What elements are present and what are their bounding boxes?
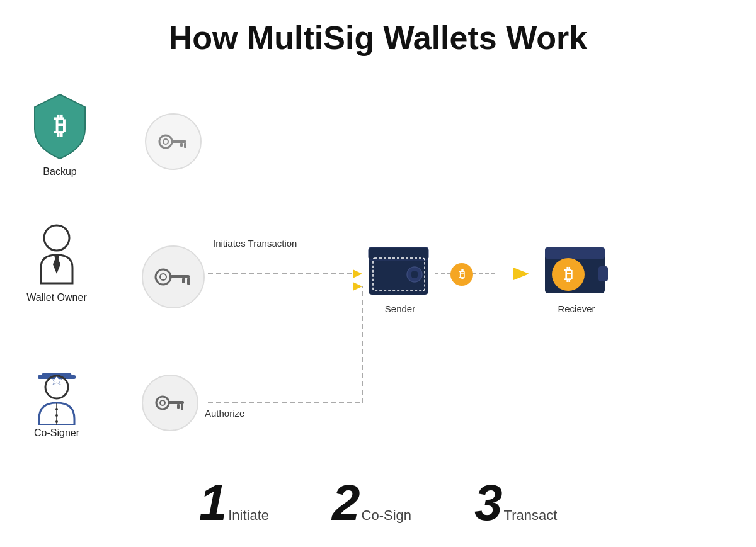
svg-point-13 xyxy=(44,225,69,251)
svg-rect-12 xyxy=(184,143,186,148)
wallet-owner-label: Wallet Owner xyxy=(26,292,86,303)
persona-cosigner: Co-Signer xyxy=(25,352,88,439)
step-2-number: 2 xyxy=(332,478,360,528)
svg-marker-1 xyxy=(353,269,362,278)
bitcoin-shield-icon: ₿ xyxy=(25,88,94,164)
receiver-wallet-icon: ₿ xyxy=(542,244,611,301)
cosigner-key-icon xyxy=(153,392,188,414)
receiver-label: Reciever xyxy=(558,303,595,314)
svg-rect-30 xyxy=(168,401,184,404)
svg-point-37 xyxy=(411,271,418,278)
persona-backup: ₿ Backup xyxy=(25,88,94,178)
cosigner-label: Co-Signer xyxy=(34,427,79,439)
svg-rect-31 xyxy=(177,404,180,409)
svg-point-16 xyxy=(156,269,171,285)
wallet-owner-icon xyxy=(25,220,88,290)
initiates-transaction-label: Initiates Transaction xyxy=(213,238,297,249)
cosigner-key-circle xyxy=(142,375,198,431)
persona-wallet-owner: Wallet Owner xyxy=(25,220,88,303)
svg-marker-6 xyxy=(513,268,529,280)
step-1: 1 Initiate xyxy=(199,478,269,528)
svg-rect-20 xyxy=(187,278,190,285)
svg-point-9 xyxy=(163,139,168,144)
bitcoin-transfer-icon: ₿ xyxy=(450,263,473,286)
step-1-number: 1 xyxy=(199,478,227,528)
steps-container: 1 Initiate 2 Co-Sign 3 Transact xyxy=(0,478,756,528)
step-3: 3 Transact xyxy=(474,478,557,528)
diagram-area: ₿ Backup Wallet Owner xyxy=(0,82,756,460)
authorize-label: Authorize xyxy=(205,408,244,419)
backup-key-icon xyxy=(156,131,191,153)
svg-point-8 xyxy=(159,135,172,148)
svg-rect-11 xyxy=(180,143,183,147)
svg-text:₿: ₿ xyxy=(564,265,573,284)
backup-label: Backup xyxy=(43,166,76,178)
step-3-label: Transact xyxy=(504,507,558,524)
cosigner-icon xyxy=(25,352,88,425)
sender-label: Sender xyxy=(385,303,415,314)
svg-point-25 xyxy=(55,408,58,410)
step-2-label: Co-Sign xyxy=(362,507,411,524)
owner-key-circle xyxy=(142,245,205,308)
svg-point-26 xyxy=(55,414,58,417)
owner-key-icon xyxy=(153,264,194,290)
svg-point-27 xyxy=(55,420,58,423)
svg-point-28 xyxy=(156,397,169,409)
receiver-container: ₿ Reciever xyxy=(542,244,611,314)
sender-container: Sender xyxy=(365,244,435,314)
sender-wallet-icon xyxy=(365,244,435,301)
step-1-label: Initiate xyxy=(228,507,269,524)
svg-point-17 xyxy=(160,274,166,280)
step-2: 2 Co-Sign xyxy=(332,478,411,528)
svg-rect-42 xyxy=(598,266,608,281)
svg-rect-32 xyxy=(181,404,183,410)
svg-rect-39 xyxy=(545,247,605,259)
page-title: How MultiSig Wallets Work xyxy=(0,0,756,57)
svg-marker-4 xyxy=(353,282,362,291)
svg-text:₿: ₿ xyxy=(54,112,66,138)
svg-point-29 xyxy=(160,400,165,405)
backup-key-circle xyxy=(145,113,202,170)
svg-rect-19 xyxy=(182,278,185,283)
svg-rect-10 xyxy=(171,140,186,143)
svg-rect-18 xyxy=(169,275,190,278)
step-3-number: 3 xyxy=(474,478,503,528)
